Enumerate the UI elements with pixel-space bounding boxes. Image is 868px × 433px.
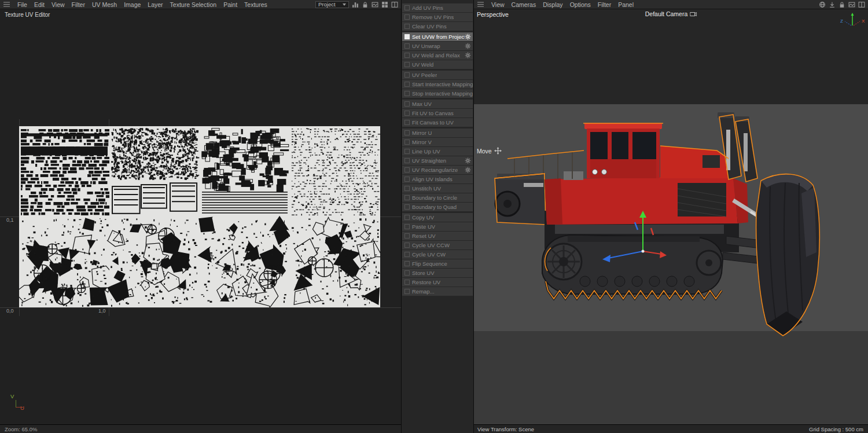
uv-gridline [0, 307, 401, 308]
zoom-level: Zoom: 65.0% [5, 426, 38, 432]
uv-unwrap-icon [404, 43, 410, 49]
uv-command-line-up-uv[interactable]: Line Up UV [402, 147, 473, 156]
uv-editor-menubar-right: Project [315, 1, 401, 8]
gear-icon[interactable] [465, 167, 471, 173]
uv-command-stop-interactive-mapping[interactable]: Stop Interactive Mapping [402, 89, 473, 98]
globe-icon[interactable] [819, 1, 826, 8]
uv-command-paste-uv[interactable]: Paste UV [402, 222, 473, 231]
viewport-menubar-right [819, 1, 868, 8]
uv-command-fit-uv-to-canvas[interactable]: Fit UV to Canvas [402, 109, 473, 118]
viewport-menu-display[interactable]: Display [539, 1, 566, 8]
uv-coord-label: 0,0 [6, 308, 14, 314]
uv-command-store-uv[interactable]: Store UV [402, 269, 473, 277]
uv-command-cycle-uv-ccw[interactable]: Cycle UV CCW [402, 241, 473, 249]
mirror-u-icon [404, 130, 410, 135]
command-label: Clear UV Pins [412, 23, 447, 30]
uv-command-copy-uv[interactable]: Copy UV [402, 213, 473, 222]
uv-command-unstitch-uv[interactable]: Unstitch UV [402, 184, 473, 193]
uv-axis-indicator: V U [10, 395, 30, 414]
line-up-uv-icon [404, 149, 410, 154]
uv-command-reset-uv[interactable]: Reset UV [402, 232, 473, 240]
uv-command-uv-rectangularize[interactable]: UV Rectangularize [402, 166, 473, 174]
gear-icon[interactable] [465, 34, 471, 40]
project-dropdown[interactable]: Project [315, 1, 349, 8]
camera-label[interactable]: Default Camera [645, 10, 697, 17]
command-label: Max UV [412, 101, 432, 107]
view-mode-label[interactable]: Perspective [477, 11, 509, 18]
menu-edit[interactable]: Edit [31, 1, 48, 8]
menu-uv-mesh[interactable]: UV Mesh [89, 1, 120, 8]
view-transform-status: View Transform: Scene [477, 426, 534, 432]
unstitch-uv-icon [404, 186, 410, 191]
hamburger-menu-icon[interactable] [3, 4, 10, 5]
gear-icon[interactable] [465, 52, 471, 58]
histogram-icon[interactable] [352, 1, 359, 8]
menu-textures[interactable]: Textures [241, 1, 271, 8]
render-view-icon[interactable] [372, 1, 378, 8]
v-axis-label: V [10, 393, 14, 399]
uv-command-uv-weld[interactable]: UV Weld [402, 60, 473, 69]
split-view-icon[interactable] [391, 1, 398, 8]
uv-command-uv-straighten[interactable]: UV Straighten [402, 156, 473, 165]
command-label: Fit UV to Canvas [412, 110, 454, 116]
uv-command-mirror-v[interactable]: Mirror V [402, 138, 473, 146]
3d-viewport-panel: ViewCamerasDisplayOptionsFilterPanel [474, 0, 868, 433]
uv-command-clear-uv-pins[interactable]: Clear UV Pins [402, 22, 473, 31]
uv-texture-tiles[interactable] [19, 126, 380, 307]
command-label: Remove UV Pins [412, 14, 454, 20]
uv-command-boundary-to-circle[interactable]: Boundary to Circle [402, 193, 473, 202]
hamburger-menu-icon[interactable] [477, 4, 484, 5]
command-label: Unstitch UV [412, 185, 441, 192]
render-view-icon[interactable] [848, 1, 855, 8]
uv-command-add-uv-pins[interactable]: Add UV Pins [402, 3, 473, 12]
split-view-icon[interactable] [858, 1, 865, 8]
menu-file[interactable]: File [14, 1, 31, 8]
uv-command-set-uvw-from-projection[interactable]: Set UVW from Projection [402, 32, 473, 41]
gear-icon[interactable] [465, 43, 471, 49]
command-label: UV Peeler [412, 72, 437, 78]
uv-command-uv-peeler[interactable]: UV Peeler [402, 71, 473, 79]
lock-icon[interactable] [838, 1, 845, 8]
uv-command-boundary-to-quad[interactable]: Boundary to Quad [402, 203, 473, 211]
uv-command-remove-uv-pins[interactable]: Remove UV Pins [402, 13, 473, 21]
tool-name: Move [477, 148, 492, 155]
uv-coord-label: 1,0 [98, 308, 106, 314]
reset-uv-icon [404, 233, 410, 238]
uv-command-uv-unwrap[interactable]: UV Unwrap [402, 42, 473, 50]
uv-command-cycle-uv-cw[interactable]: Cycle UV CW [402, 250, 473, 259]
uv-command-remap[interactable]: Remap... [402, 287, 473, 296]
uv-command-restore-uv[interactable]: Restore UV [402, 278, 473, 287]
uv-command-flip-sequence[interactable]: Flip Sequence [402, 259, 473, 268]
uv-command-uv-weld-and-relax[interactable]: UV Weld and Relax [402, 51, 473, 60]
uv-command-start-interactive-mapping[interactable]: Start Interactive Mapping [402, 80, 473, 89]
viewport-canvas[interactable]: Perspective Default Camera Move [474, 9, 868, 424]
uv-command-align-uv-islands[interactable]: Align UV Islands [402, 175, 473, 184]
command-label: Remap... [412, 288, 435, 295]
start-interactive-mapping-icon [404, 82, 410, 87]
viewport-menu-view[interactable]: View [488, 1, 508, 8]
command-label: Flip Sequence [412, 260, 447, 267]
camera-label-text: Default Camera [645, 10, 688, 17]
uv-command-max-uv[interactable]: Max UV [402, 100, 473, 108]
uv-command-mirror-u[interactable]: Mirror U [402, 129, 473, 137]
bulldozer-model[interactable] [474, 9, 868, 424]
menu-paint[interactable]: Paint [220, 1, 241, 8]
layout-grid-icon[interactable] [381, 1, 388, 8]
gear-icon[interactable] [465, 157, 471, 164]
viewport-menu-cameras[interactable]: Cameras [508, 1, 540, 8]
chevron-down-icon [343, 3, 346, 6]
menu-view[interactable]: View [48, 1, 68, 8]
menu-texture-selection[interactable]: Texture Selection [167, 1, 220, 8]
command-label: Start Interactive Mapping [412, 81, 473, 87]
viewport-statusbar: View Transform: Scene Grid Spacing : 500… [474, 424, 868, 433]
viewport-menu-panel[interactable]: Panel [615, 1, 637, 8]
state-icon[interactable] [829, 1, 836, 8]
lock-icon[interactable] [362, 1, 369, 8]
uv-command-fit-canvas-to-uv[interactable]: Fit Canvas to UV [402, 118, 473, 127]
menu-layer[interactable]: Layer [144, 1, 166, 8]
viewport-menu-filter[interactable]: Filter [594, 1, 615, 8]
menu-filter[interactable]: Filter [68, 1, 89, 8]
menu-image[interactable]: Image [120, 1, 144, 8]
viewport-menu-options[interactable]: Options [567, 1, 594, 8]
uv-canvas[interactable]: 0,1 0,0 1,0 V U [0, 9, 401, 424]
